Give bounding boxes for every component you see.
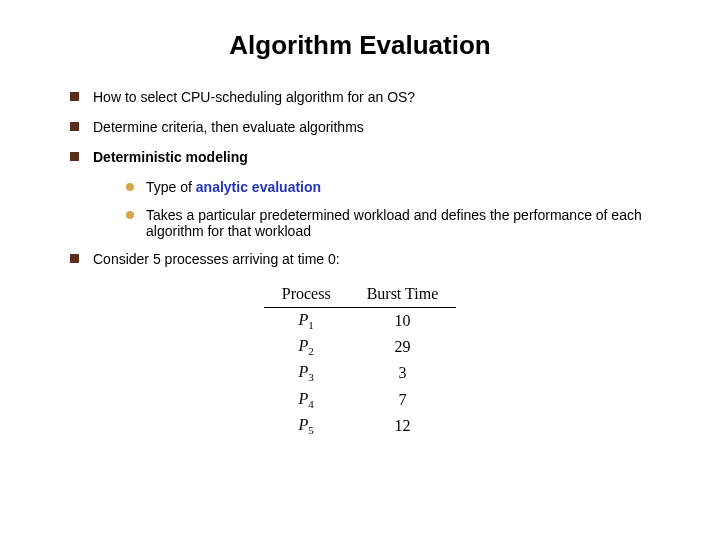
process-letter: P	[299, 337, 309, 354]
process-letter: P	[299, 311, 309, 328]
bullet-item: Consider 5 processes arriving at time 0:	[70, 251, 670, 267]
process-table: Process Burst Time P1 10 P2 29 P3 3 P4 7	[264, 281, 456, 439]
process-cell: P3	[264, 360, 349, 386]
bullet-text: How to select CPU-scheduling algorithm f…	[93, 89, 415, 105]
sub-bullet-item: Type of analytic evaluation	[126, 179, 670, 195]
process-letter: P	[299, 363, 309, 380]
table-header-burst: Burst Time	[349, 281, 457, 308]
sub-bullet-item: Takes a particular predetermined workloa…	[126, 207, 670, 239]
bullet-text: Consider 5 processes arriving at time 0:	[93, 251, 340, 267]
square-bullet-icon	[70, 152, 79, 161]
burst-cell: 10	[349, 308, 457, 335]
process-subscript: 2	[308, 345, 314, 357]
sub-text-prefix: Type of	[146, 179, 196, 195]
process-table-wrap: Process Burst Time P1 10 P2 29 P3 3 P4 7	[50, 281, 670, 439]
sub-text-emph: analytic evaluation	[196, 179, 321, 195]
square-bullet-icon	[70, 122, 79, 131]
table-row: P3 3	[264, 360, 456, 386]
process-subscript: 4	[308, 398, 314, 410]
table-row: P1 10	[264, 308, 456, 335]
process-letter: P	[299, 390, 309, 407]
process-subscript: 5	[308, 424, 314, 436]
burst-cell: 7	[349, 387, 457, 413]
bullet-text: Deterministic modeling	[93, 149, 248, 165]
sub-bullet-list: Type of analytic evaluation Takes a part…	[70, 179, 670, 239]
table-row: P4 7	[264, 387, 456, 413]
circle-bullet-icon	[126, 183, 134, 191]
process-cell: P5	[264, 413, 349, 439]
sub-bullet-text: Takes a particular predetermined workloa…	[146, 207, 670, 239]
bullet-text: Determine criteria, then evaluate algori…	[93, 119, 364, 135]
page-title: Algorithm Evaluation	[50, 30, 670, 61]
circle-bullet-icon	[126, 211, 134, 219]
bullet-item: Determine criteria, then evaluate algori…	[70, 119, 670, 135]
main-bullet-list: How to select CPU-scheduling algorithm f…	[50, 89, 670, 267]
process-cell: P1	[264, 308, 349, 335]
process-letter: P	[299, 416, 309, 433]
process-cell: P2	[264, 334, 349, 360]
process-subscript: 1	[308, 319, 314, 331]
process-subscript: 3	[308, 372, 314, 384]
bullet-item: How to select CPU-scheduling algorithm f…	[70, 89, 670, 105]
burst-cell: 12	[349, 413, 457, 439]
burst-cell: 3	[349, 360, 457, 386]
table-row: P5 12	[264, 413, 456, 439]
table-header-process: Process	[264, 281, 349, 308]
bullet-item: Deterministic modeling Type of analytic …	[70, 149, 670, 239]
burst-cell: 29	[349, 334, 457, 360]
process-cell: P4	[264, 387, 349, 413]
table-row: P2 29	[264, 334, 456, 360]
square-bullet-icon	[70, 254, 79, 263]
sub-bullet-text: Type of analytic evaluation	[146, 179, 321, 195]
square-bullet-icon	[70, 92, 79, 101]
